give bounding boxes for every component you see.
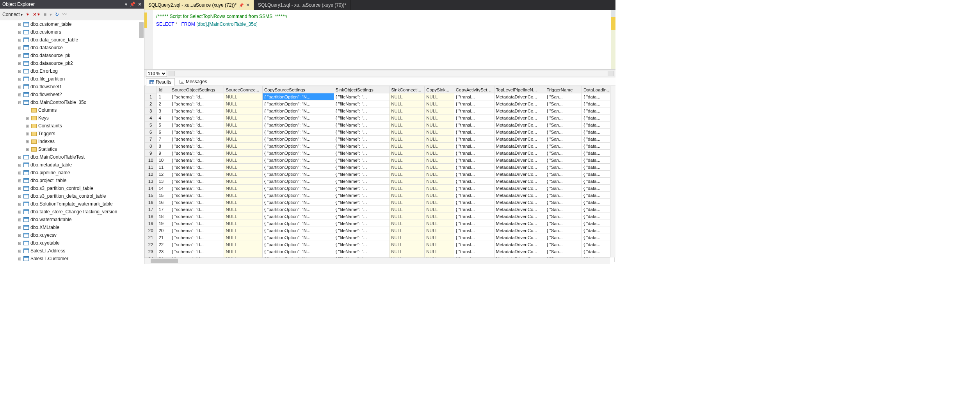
cell[interactable]: 1 <box>157 93 170 100</box>
cell[interactable]: NULL <box>224 248 263 255</box>
table-row[interactable]: 1616{ "schema": "d...NULL{ "partitionOpt… <box>145 199 615 206</box>
cell[interactable]: 17 <box>145 206 157 213</box>
table-row[interactable]: 55{ "schema": "d...NULL{ "partitionOptio… <box>145 122 615 129</box>
cell[interactable]: { "data... <box>582 206 615 213</box>
cell[interactable]: { "transl... <box>454 178 494 185</box>
expand-icon[interactable]: ⊞ <box>18 54 23 58</box>
cell[interactable]: NULL <box>390 136 425 143</box>
table-row[interactable]: 1717{ "schema": "d...NULL{ "partitionOpt… <box>145 206 615 213</box>
cell[interactable]: NULL <box>390 157 425 164</box>
cell[interactable]: NULL <box>224 114 263 122</box>
cell[interactable]: { "schema": "d... <box>170 122 224 129</box>
cell[interactable]: { "data... <box>582 227 615 234</box>
cell[interactable]: NULL <box>425 185 454 192</box>
table-row[interactable]: 2121{ "schema": "d...NULL{ "partitionOpt… <box>145 234 615 241</box>
cell[interactable]: NULL <box>425 136 454 143</box>
cell[interactable]: MetadataDrivenCo... <box>494 248 545 255</box>
cell[interactable]: { "transl... <box>454 206 494 213</box>
activity-icon[interactable]: 〰 <box>62 12 67 17</box>
cell[interactable]: { "transl... <box>454 248 494 255</box>
expand-icon[interactable]: ⊞ <box>18 202 23 206</box>
grid-hscroll-thumb[interactable] <box>151 259 178 263</box>
cell[interactable]: MetadataDrivenCo... <box>494 100 545 107</box>
cell[interactable]: NULL <box>224 107 263 114</box>
cell[interactable]: MetadataDrivenCo... <box>494 143 545 150</box>
table-row[interactable]: 22{ "schema": "d...NULL{ "partitionOptio… <box>145 100 615 107</box>
cell[interactable]: 1 <box>145 93 157 100</box>
cell[interactable]: 18 <box>157 213 170 220</box>
cell[interactable]: { "data... <box>582 150 615 157</box>
cell[interactable]: { "data... <box>582 164 615 171</box>
cell[interactable]: { "partitionOption": "N... <box>263 114 334 122</box>
cell[interactable]: NULL <box>224 129 263 136</box>
cell[interactable]: 23 <box>157 248 170 255</box>
cell[interactable]: 11 <box>145 164 157 171</box>
cell[interactable]: NULL <box>390 206 425 213</box>
close-icon[interactable]: ✕ <box>138 2 142 7</box>
tree-table-node[interactable]: ⊞dbo.XMLtable <box>0 223 144 231</box>
cell[interactable]: 19 <box>145 220 157 227</box>
table-row[interactable]: 99{ "schema": "d...NULL{ "partitionOptio… <box>145 150 615 157</box>
expand-icon[interactable]: ⊞ <box>18 85 23 89</box>
cell[interactable]: NULL <box>425 143 454 150</box>
cell[interactable]: { "data... <box>582 136 615 143</box>
cell[interactable]: { "fileName": "... <box>334 206 390 213</box>
cell[interactable]: NULL <box>390 199 425 206</box>
cell[interactable]: NULL <box>224 150 263 157</box>
cell[interactable]: { "data... <box>582 178 615 185</box>
cell[interactable]: { "San... <box>545 241 582 248</box>
cell[interactable]: MetadataDrivenCo... <box>494 107 545 114</box>
cell[interactable]: NULL <box>390 114 425 122</box>
expand-icon[interactable]: ⊞ <box>18 194 23 198</box>
cell[interactable]: { "fileName": "... <box>334 185 390 192</box>
tree-folder-node[interactable]: Columns <box>0 106 144 114</box>
column-header[interactable]: SourceConnec... <box>224 86 263 93</box>
cell[interactable]: NULL <box>390 178 425 185</box>
cell[interactable]: { "San... <box>545 157 582 164</box>
cell[interactable]: { "transl... <box>454 213 494 220</box>
editor-overview-ruler[interactable] <box>611 10 615 69</box>
cell[interactable]: { "partitionOption": "N... <box>263 206 334 213</box>
cell[interactable]: NULL <box>425 93 454 100</box>
tree-folder-node[interactable]: ⊞Indexes <box>0 138 144 145</box>
cell[interactable]: { "data... <box>582 129 615 136</box>
cell[interactable]: MetadataDrivenCo... <box>494 129 545 136</box>
tree-folder-node[interactable]: ⊞Triggers <box>0 130 144 138</box>
cell[interactable]: NULL <box>390 150 425 157</box>
column-header[interactable]: CopySink... <box>425 86 454 93</box>
column-header[interactable] <box>145 86 157 93</box>
stop-icon[interactable]: ■ <box>44 12 46 17</box>
cell[interactable]: MetadataDrivenCo... <box>494 93 545 100</box>
cell[interactable]: { "partitionOption": "N... <box>263 234 334 241</box>
cell[interactable]: { "partitionOption": "N... <box>263 185 334 192</box>
cell[interactable]: { "schema": "d... <box>170 107 224 114</box>
cell[interactable]: NULL <box>390 107 425 114</box>
cell[interactable]: { "San... <box>545 150 582 157</box>
tree-table-node[interactable]: ⊞dbo.ErrorLog <box>0 67 144 75</box>
cell[interactable]: { "schema": "d... <box>170 93 224 100</box>
cell[interactable]: { "data... <box>582 248 615 255</box>
cell[interactable]: MetadataDrivenCo... <box>494 213 545 220</box>
cell[interactable]: { "partitionOption": "N... <box>263 150 334 157</box>
cell[interactable]: { "transl... <box>454 234 494 241</box>
cell[interactable]: { "partitionOption": "N... <box>263 178 334 185</box>
cell[interactable]: NULL <box>224 164 263 171</box>
tree-table-node[interactable]: ⊞dbo.SolutionTemplate_watermark_table <box>0 200 144 208</box>
cell[interactable]: { "San... <box>545 143 582 150</box>
cell[interactable]: { "transl... <box>454 227 494 234</box>
cell[interactable]: MetadataDrivenCo... <box>494 171 545 178</box>
table-row[interactable]: 2323{ "schema": "d...NULL{ "partitionOpt… <box>145 248 615 255</box>
cell[interactable]: { "San... <box>545 129 582 136</box>
split-editor-icon[interactable] <box>611 10 615 17</box>
expand-icon[interactable]: ⊞ <box>18 46 23 50</box>
tree-table-node[interactable]: ⊞dbo.flowsheet2 <box>0 91 144 98</box>
cell[interactable]: 10 <box>157 157 170 164</box>
cell[interactable]: 22 <box>157 241 170 248</box>
cell[interactable]: NULL <box>224 178 263 185</box>
cell[interactable]: MetadataDrivenCo... <box>494 114 545 122</box>
cell[interactable]: { "partitionOption": "N... <box>263 107 334 114</box>
tree-table-node[interactable]: ⊞dbo.s3_partition_delta_control_table <box>0 192 144 200</box>
cell[interactable]: 7 <box>145 136 157 143</box>
cell[interactable]: { "transl... <box>454 150 494 157</box>
cell[interactable]: NULL <box>425 114 454 122</box>
